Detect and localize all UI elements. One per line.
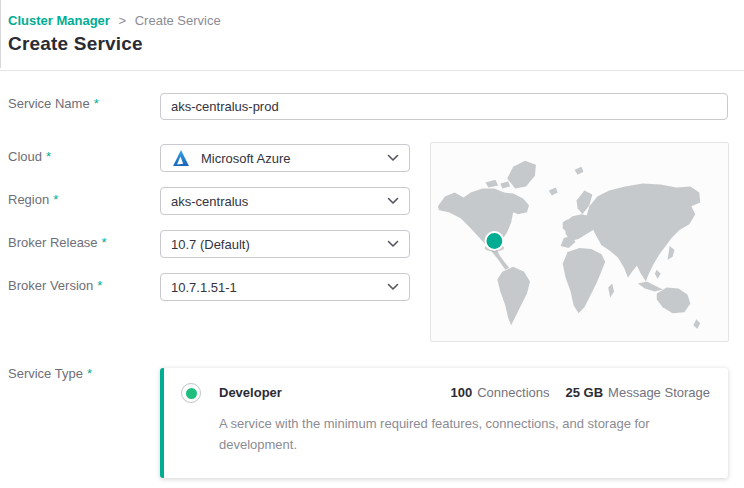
service-type-description: A service with the minimum required feat… bbox=[219, 413, 719, 455]
broker-version-label: Broker Version* bbox=[8, 278, 102, 293]
service-name-input[interactable] bbox=[160, 93, 728, 120]
broker-version-select-value: 10.7.1.51-1 bbox=[171, 280, 381, 295]
service-type-label-text: Service Type bbox=[8, 366, 83, 381]
page-title: Create Service bbox=[8, 33, 143, 55]
service-name-label-text: Service Name bbox=[8, 96, 90, 111]
region-marker-icon bbox=[484, 231, 504, 251]
region-label: Region* bbox=[8, 192, 58, 207]
breadcrumb-cluster-manager[interactable]: Cluster Manager bbox=[8, 13, 110, 28]
cloud-select[interactable]: Microsoft Azure bbox=[160, 144, 410, 172]
broker-version-label-text: Broker Version bbox=[8, 278, 93, 293]
region-select-value: aks-centralus bbox=[171, 194, 381, 209]
chevron-down-icon bbox=[387, 283, 399, 291]
broker-release-label-text: Broker Release bbox=[8, 235, 98, 250]
world-map-graphic bbox=[431, 143, 728, 341]
broker-release-select[interactable]: 10.7 (Default) bbox=[160, 230, 410, 258]
region-label-text: Region bbox=[8, 192, 49, 207]
panel-edge-divider bbox=[0, 0, 1, 68]
required-asterisk: * bbox=[46, 149, 51, 164]
region-select[interactable]: aks-centralus bbox=[160, 187, 410, 215]
cloud-label: Cloud* bbox=[8, 149, 51, 164]
required-asterisk: * bbox=[102, 235, 107, 250]
breadcrumb: Cluster Manager > Create Service bbox=[8, 13, 221, 29]
required-asterisk: * bbox=[94, 96, 99, 111]
broker-release-label: Broker Release* bbox=[8, 235, 107, 250]
radio-dot bbox=[186, 388, 197, 399]
header-divider bbox=[0, 70, 744, 71]
required-asterisk: * bbox=[53, 192, 58, 207]
required-asterisk: * bbox=[97, 278, 102, 293]
cloud-label-text: Cloud bbox=[8, 149, 42, 164]
connections-value: 100 bbox=[451, 385, 473, 400]
storage-label: Message Storage bbox=[608, 385, 710, 400]
region-world-map bbox=[430, 142, 729, 342]
broker-release-select-value: 10.7 (Default) bbox=[171, 237, 381, 252]
service-type-stats: 100 Connections 25 GB Message Storage bbox=[451, 385, 710, 400]
chevron-down-icon bbox=[387, 240, 399, 248]
connections-label: Connections bbox=[477, 385, 549, 400]
chevron-down-icon bbox=[387, 154, 399, 162]
cloud-select-value: Microsoft Azure bbox=[201, 151, 381, 166]
breadcrumb-separator: > bbox=[119, 13, 127, 28]
service-name-label: Service Name* bbox=[8, 96, 99, 111]
service-type-label: Service Type* bbox=[8, 366, 92, 381]
create-service-page: Cluster Manager > Create Service Create … bbox=[0, 0, 744, 488]
broker-version-select[interactable]: 10.7.1.51-1 bbox=[160, 273, 410, 301]
required-asterisk: * bbox=[87, 366, 92, 381]
service-type-card-developer[interactable]: Developer 100 Connections 25 GB Message … bbox=[160, 368, 728, 478]
breadcrumb-current: Create Service bbox=[135, 13, 221, 28]
storage-value: 25 GB bbox=[566, 385, 604, 400]
azure-logo-icon bbox=[171, 149, 191, 167]
chevron-down-icon bbox=[387, 197, 399, 205]
radio-selected-icon[interactable] bbox=[181, 383, 201, 403]
service-type-name: Developer bbox=[219, 385, 282, 400]
